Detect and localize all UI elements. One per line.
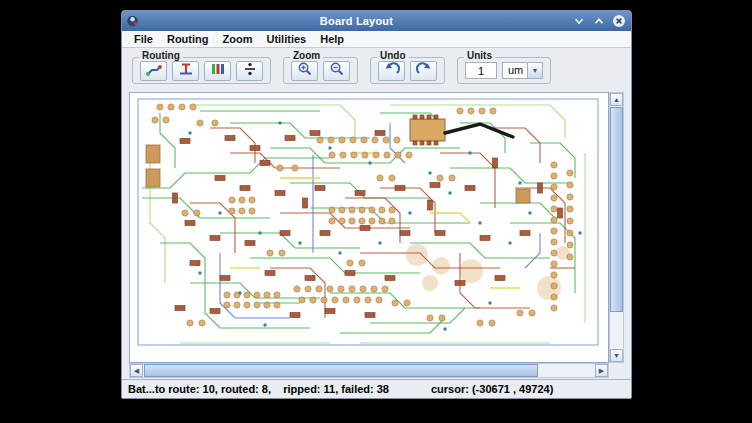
lime-traces — [150, 105, 585, 343]
pcb-artwork — [130, 93, 609, 363]
redo-button[interactable] — [410, 61, 437, 81]
titlebar[interactable]: Board Layout — [122, 11, 631, 31]
menu-help[interactable]: Help — [313, 32, 351, 46]
desktop-background: { "window": { "title": "Board Layout" },… — [0, 0, 752, 423]
ghost-pads — [406, 244, 570, 300]
canvas-panel: ▲ ▼ ◀ ▶ — [129, 92, 624, 378]
menu-file[interactable]: File — [127, 32, 160, 46]
chevron-down-icon[interactable]: ▼ — [527, 63, 542, 78]
undo-group: Undo — [370, 57, 445, 84]
undo-icon — [384, 61, 400, 81]
via-icon — [242, 61, 258, 81]
layers-icon — [210, 61, 226, 81]
zoom-group: Zoom — [283, 57, 358, 84]
autoroute-icon — [178, 61, 194, 81]
vertical-scrollbar[interactable]: ▲ ▼ — [609, 92, 624, 363]
board-layout-window: Board Layout File Routing Zoom Utilities… — [121, 10, 632, 399]
units-group-label: Units — [464, 50, 495, 61]
units-value-input[interactable] — [465, 62, 497, 79]
zoom-out-button[interactable] — [323, 61, 350, 81]
minimize-icon[interactable] — [571, 14, 586, 29]
toolbar: Routing — [122, 48, 631, 90]
menu-zoom[interactable]: Zoom — [216, 32, 260, 46]
zoom-in-button[interactable] — [291, 61, 318, 81]
units-selected-value: um — [503, 63, 527, 78]
routing-group: Routing — [132, 57, 271, 84]
menu-routing[interactable]: Routing — [160, 32, 216, 46]
layers-button[interactable] — [204, 61, 231, 81]
app-icon — [126, 14, 142, 28]
menubar: File Routing Zoom Utilities Help — [122, 31, 631, 48]
vertical-scroll-thumb[interactable] — [610, 107, 623, 312]
scroll-down-icon[interactable]: ▼ — [610, 349, 623, 362]
autoroute-button[interactable] — [172, 61, 199, 81]
menu-utilities[interactable]: Utilities — [259, 32, 313, 46]
route-button[interactable] — [140, 61, 167, 81]
zoom-out-icon — [329, 61, 345, 81]
smd-parts — [173, 131, 563, 318]
routing-group-label: Routing — [139, 50, 183, 61]
horizontal-scrollbar[interactable]: ◀ ▶ — [129, 363, 609, 378]
window-title: Board Layout — [142, 15, 571, 27]
scroll-right-icon[interactable]: ▶ — [595, 364, 608, 377]
undo-group-label: Undo — [377, 50, 409, 61]
redo-icon — [416, 61, 432, 81]
statusbar: Bat...to route: 10, routed: 8, ripped: 1… — [122, 379, 631, 398]
horizontal-scroll-thumb[interactable] — [144, 364, 538, 377]
route-status-text: Bat...to route: 10, routed: 8, ripped: 1… — [128, 383, 389, 395]
route-icon — [146, 61, 162, 81]
window-controls — [571, 14, 626, 29]
zoom-in-icon — [297, 61, 313, 81]
via-button[interactable] — [236, 61, 263, 81]
cursor-position-text: cursor: (-30671 , 49724) — [431, 383, 553, 395]
scroll-up-icon[interactable]: ▲ — [610, 93, 623, 106]
maximize-icon[interactable] — [591, 14, 606, 29]
scroll-left-icon[interactable]: ◀ — [130, 364, 143, 377]
board-viewport[interactable] — [129, 92, 609, 363]
undo-button[interactable] — [378, 61, 405, 81]
units-group: Units um ▼ — [457, 57, 551, 84]
units-combobox[interactable]: um ▼ — [502, 62, 543, 79]
zoom-group-label: Zoom — [290, 50, 323, 61]
close-icon[interactable] — [611, 14, 626, 29]
